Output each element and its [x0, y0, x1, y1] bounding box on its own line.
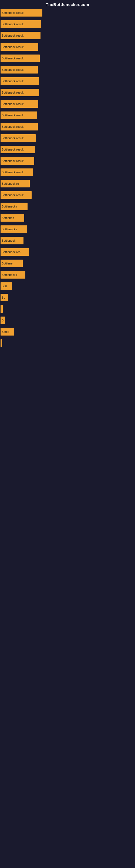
bar-label-text: Bo	[2, 296, 5, 299]
bar-row: Bottleneck r	[0, 224, 135, 234]
bar-row: Bottleneck re	[0, 179, 135, 188]
bar-label-text: Bott	[2, 284, 7, 288]
bar: Bottleneck result	[1, 32, 41, 39]
bar: Bottleneck result	[1, 123, 38, 130]
bar-label-text: Bottleneck res	[2, 250, 20, 254]
bar: Bottleneck result	[1, 191, 32, 199]
bar-row: Bottleneck result	[0, 122, 135, 131]
bar: Bottlenec	[1, 214, 24, 222]
bar-row: Bottleneck result	[0, 167, 135, 177]
bar: Bottleneck result	[1, 100, 38, 108]
bar-row: Bottleneck result	[0, 88, 135, 97]
bar	[1, 339, 2, 347]
bar-row: Bottleneck res	[0, 247, 135, 257]
bar: Bottleneck result	[1, 112, 37, 119]
bar: Bottle	[1, 328, 14, 336]
bar-row: Bottleneck result	[0, 190, 135, 200]
bar-chart: Bottleneck resultBottleneck resultBottle…	[0, 8, 135, 594]
bar: Bottleneck r	[1, 271, 26, 279]
bar-row	[0, 338, 135, 348]
bar-row: Bottleneck result	[0, 19, 135, 29]
bar-label-text: Bottleneck result	[2, 34, 24, 37]
bar-label-text: Bottlene	[2, 262, 12, 265]
bar: Bottleneck	[1, 237, 24, 244]
bar	[1, 305, 3, 313]
bar-label-text: Bottleneck result	[2, 193, 24, 197]
bar-label-text: Bottleneck result	[2, 57, 24, 60]
bar-label-text: Bottleneck result	[2, 170, 24, 174]
bar-row: Bottleneck result	[0, 76, 135, 86]
bar-row: Bottleneck result	[0, 99, 135, 109]
bar: Bottleneck result	[1, 9, 42, 17]
bar-row: Bo	[0, 293, 135, 303]
bar: Bottleneck result	[1, 55, 40, 62]
bar-label-text: Bottleneck r	[2, 205, 17, 208]
bar-row: Bottleneck result	[0, 145, 135, 154]
bar-row: Bottleneck result	[0, 156, 135, 166]
bar-label-text: B	[2, 319, 3, 322]
bar: Bottleneck r	[1, 225, 27, 233]
bar-row	[0, 304, 135, 314]
bar-row: Bottleneck result	[0, 54, 135, 63]
site-title: TheBottlenecker.com	[0, 0, 135, 8]
bar: Bottleneck result	[1, 146, 35, 153]
bar-row: Bottleneck result	[0, 111, 135, 120]
bar-label-text: Bottleneck result	[2, 91, 24, 94]
bar-row: Bottle	[0, 327, 135, 337]
bar-row: Bottleneck result	[0, 31, 135, 40]
bar-label-text: Bottleneck result	[2, 11, 24, 14]
bar: Bottlene	[1, 259, 23, 267]
bar-row: Bottlenec	[0, 213, 135, 223]
bar: Bottleneck result	[1, 43, 38, 51]
bar-label-text: Bottleneck result	[2, 125, 24, 128]
bar-label-text: Bottleneck result	[2, 68, 24, 71]
bar-label-text: Bottleneck result	[2, 80, 24, 83]
bar-label-text: Bottleneck	[2, 239, 15, 242]
bar-row: Bottleneck result	[0, 133, 135, 143]
bar-label-text: Bottleneck re	[2, 182, 19, 185]
bar: Bottleneck result	[1, 77, 39, 85]
bar: Bottleneck re	[1, 180, 30, 187]
bar: Bottleneck result	[1, 20, 41, 28]
bar-row: Bottleneck	[0, 236, 135, 246]
bar-label-text: Bottleneck result	[2, 114, 24, 117]
bar-row: Bott	[0, 281, 135, 291]
bar-row: Bottleneck r	[0, 202, 135, 211]
bar-label-text: Bottleneck result	[2, 23, 24, 26]
bar: Bottleneck result	[1, 66, 38, 73]
bar: Bottleneck res	[1, 248, 29, 256]
bar-label-text: Bottleneck result	[2, 148, 24, 151]
bar-row: Bottleneck r	[0, 270, 135, 280]
bar: Bottleneck result	[1, 168, 33, 176]
bar-label-text: Bottleneck r	[2, 227, 17, 231]
bar-label-text: Bottleneck result	[2, 45, 24, 49]
bar-label-text: Bottleneck result	[2, 136, 24, 140]
bar: Bottleneck result	[1, 89, 39, 96]
bar: B	[1, 316, 5, 324]
bar-label-text: Bottleneck r	[2, 273, 17, 276]
bar-row: Bottlene	[0, 258, 135, 268]
bar-row: Bottleneck result	[0, 65, 135, 74]
bar-row: Bottleneck result	[0, 42, 135, 52]
bar: Bottleneck r	[1, 203, 28, 210]
bar-label-text: Bottle	[2, 330, 9, 333]
bar: Bott	[1, 282, 12, 290]
bar: Bottleneck result	[1, 157, 34, 165]
bar-label-text: Bottleneck result	[2, 159, 24, 162]
bar-label-text: Bottlenec	[2, 216, 14, 219]
bar: Bottleneck result	[1, 134, 36, 142]
bar-label-text: Bottleneck result	[2, 102, 24, 105]
bar-row: B	[0, 315, 135, 325]
bar: Bo	[1, 294, 8, 301]
bar-row: Bottleneck result	[0, 8, 135, 18]
